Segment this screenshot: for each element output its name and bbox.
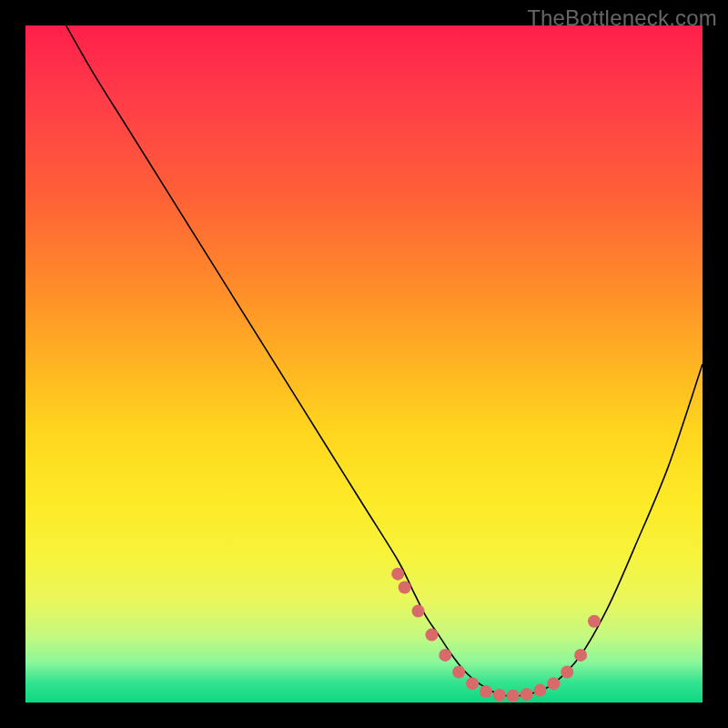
marker-dot <box>574 649 587 662</box>
marker-dot <box>588 615 601 628</box>
marker-dot <box>521 688 533 701</box>
marker-dot <box>561 666 573 679</box>
marker-dot <box>391 568 404 581</box>
bottleneck-curve <box>66 25 703 696</box>
marker-dot <box>547 677 560 690</box>
plot-area <box>25 25 703 703</box>
marker-dot <box>493 689 506 702</box>
marker-dot <box>507 690 520 703</box>
marker-dot <box>439 649 451 662</box>
marker-dot <box>480 685 492 698</box>
marker-dot <box>425 629 438 642</box>
chart-svg <box>25 25 703 703</box>
marker-dot <box>452 666 465 679</box>
marker-dot <box>399 581 411 594</box>
marker-dot <box>412 605 425 618</box>
marker-dot <box>466 677 479 690</box>
marker-group <box>391 568 601 703</box>
marker-dot <box>533 684 546 697</box>
chart-frame: TheBottleneck.com <box>0 0 728 728</box>
watermark-text: TheBottleneck.com <box>527 5 717 31</box>
